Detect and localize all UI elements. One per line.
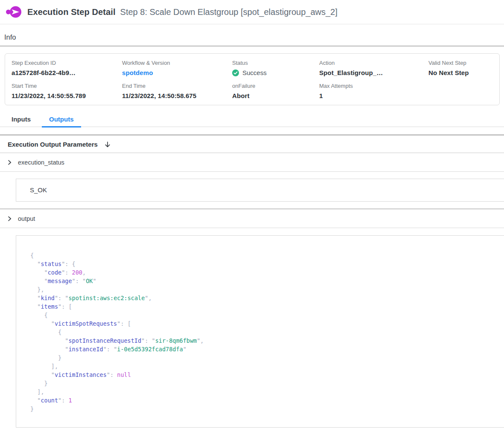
- field-label: Action: [319, 60, 428, 66]
- field-end-time: End Time 11/23/2022, 14:50:58.675: [122, 76, 232, 99]
- field-value: 11/23/2022, 14:50:55.789: [12, 92, 122, 99]
- step-info-card: Step Execution ID a125728f-6b22-4b9… Wor…: [5, 53, 500, 105]
- field-valid-next-step: Valid Next Step No Next Step: [428, 60, 499, 76]
- field-label: Max Attempts: [319, 83, 428, 89]
- field-value: 1: [319, 92, 428, 99]
- execution-output-parameters-label: Execution Output Parameters: [8, 141, 98, 148]
- status-text: Success: [242, 69, 267, 76]
- chevron-right-icon: [7, 159, 12, 165]
- chevron-right-icon: [7, 216, 12, 222]
- divider: [0, 46, 504, 46]
- workflow-link[interactable]: spotdemo: [122, 69, 232, 76]
- field-label: End Time: [122, 83, 232, 89]
- param-name: output: [18, 215, 35, 223]
- expander-output[interactable]: output: [0, 209, 504, 228]
- param-name: execution_status: [18, 159, 64, 166]
- info-section-heading: Info: [4, 33, 504, 41]
- field-label: Start Time: [12, 83, 122, 89]
- field-label: Workflow & Version: [122, 60, 232, 66]
- field-status: Status Success: [232, 60, 319, 76]
- field-step-execution-id: Step Execution ID a125728f-6b22-4b9…: [12, 60, 122, 76]
- check-circle-icon: [232, 69, 239, 76]
- arrow-down-icon[interactable]: [104, 141, 111, 148]
- field-label: Step Execution ID: [12, 60, 122, 66]
- execution-output-parameters-header: Execution Output Parameters: [0, 136, 504, 153]
- field-value: No Next Step: [428, 69, 499, 76]
- page-title: Execution Step Detail: [27, 7, 116, 17]
- status-badge: Success: [232, 69, 319, 76]
- workflow-logo-icon: [6, 5, 22, 19]
- field-onfailure: onFailure Abort: [232, 76, 319, 99]
- field-action: Action Spot_Elastigroup_…: [319, 60, 428, 76]
- output-json-box: { "status": { "code": 200, "message": "O…: [16, 235, 504, 428]
- field-start-time: Start Time 11/23/2022, 14:50:55.789: [12, 76, 122, 99]
- expander-execution-status[interactable]: execution_status: [0, 153, 504, 172]
- page-subtitle: Step 8: Scale Down Elastgroup [spot_elas…: [120, 7, 338, 17]
- page-header: Execution Step Detail Step 8: Scale Down…: [0, 0, 504, 24]
- field-workflow-version: Workflow & Version spotdemo: [122, 60, 232, 76]
- field-value: Abort: [232, 92, 319, 99]
- execution-status-value-box: S_OK: [16, 179, 504, 202]
- execution-status-value: S_OK: [30, 186, 47, 194]
- field-max-attempts: Max Attempts 1: [319, 76, 428, 99]
- field-value: a125728f-6b22-4b9…: [12, 69, 122, 76]
- field-value: 11/23/2022, 14:50:58.675: [122, 92, 232, 99]
- tab-inputs[interactable]: Inputs: [4, 114, 38, 127]
- field-label: Status: [232, 60, 319, 66]
- tab-bar: Inputs Outputs: [0, 114, 504, 127]
- tab-outputs[interactable]: Outputs: [42, 114, 81, 127]
- field-label: onFailure: [232, 83, 319, 89]
- output-json-code: { "status": { "code": 200, "message": "O…: [30, 251, 504, 413]
- field-value: Spot_Elastigroup_…: [319, 69, 428, 76]
- field-label: Valid Next Step: [428, 60, 499, 66]
